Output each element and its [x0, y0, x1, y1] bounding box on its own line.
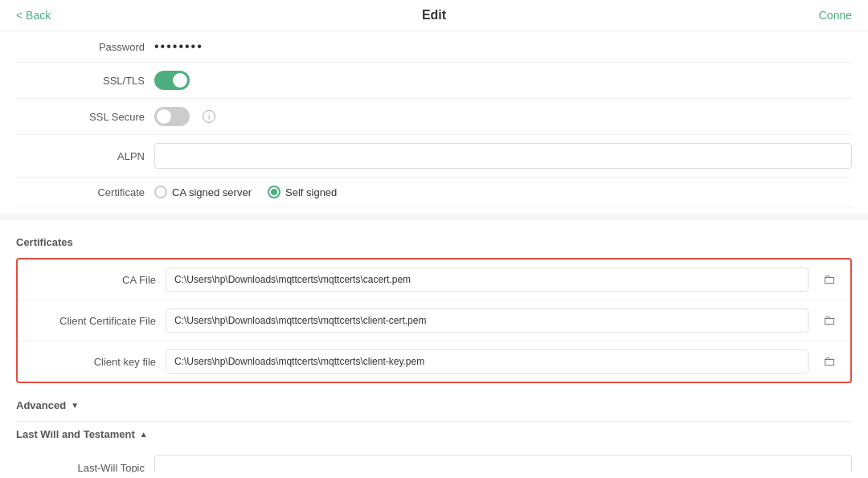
last-will-topic-label: Last-Will Topic — [16, 462, 145, 473]
ssl-tls-row: SSL/TLS — [16, 63, 852, 99]
content-area: Password •••••••• SSL/TLS SSL Secure i — [0, 31, 868, 472]
alpn-input[interactable] — [154, 143, 852, 169]
advanced-label: Advanced — [16, 399, 66, 411]
last-will-topic-row: Last-Will Topic — [16, 447, 852, 472]
certificate-label: Certificate — [16, 186, 145, 198]
ssl-secure-info-icon[interactable]: i — [203, 110, 215, 123]
last-will-label: Last Will and Testament — [16, 428, 135, 440]
page: < Back Edit Conne Password •••••••• SSL/… — [0, 0, 868, 478]
ssl-secure-slider[interactable] — [154, 107, 190, 126]
section-divider — [0, 214, 868, 220]
client-cert-label: Client Certificate File — [27, 315, 156, 327]
client-key-input[interactable] — [166, 349, 809, 374]
self-signed-label: Self signed — [285, 186, 337, 198]
certificate-row: Certificate CA signed server Self signed — [16, 178, 852, 207]
ssl-secure-row: SSL Secure i — [16, 99, 852, 135]
last-will-chevron-icon: ▲ — [140, 430, 148, 439]
certificates-box: CA File 🗀 Client Certificate File 🗀 Clie… — [16, 258, 852, 383]
password-value: •••••••• — [154, 39, 203, 54]
connect-button[interactable]: Conne — [819, 9, 852, 22]
client-key-label: Client key file — [27, 356, 156, 368]
advanced-chevron-icon: ▼ — [71, 401, 79, 410]
ca-file-row: CA File 🗀 — [18, 259, 850, 300]
header: < Back Edit Conne — [0, 0, 868, 31]
client-key-folder-icon[interactable]: 🗀 — [818, 350, 841, 373]
ssl-secure-label: SSL Secure — [16, 111, 145, 123]
ca-signed-option[interactable]: CA signed server — [154, 186, 252, 198]
page-title: Edit — [422, 8, 446, 22]
ca-file-folder-icon[interactable]: 🗀 — [818, 268, 841, 291]
ca-signed-label: CA signed server — [172, 186, 252, 198]
ca-file-input[interactable] — [166, 268, 809, 292]
ssl-tls-toggle[interactable] — [154, 71, 190, 90]
client-cert-folder-icon[interactable]: 🗀 — [818, 309, 841, 332]
client-cert-row: Client Certificate File 🗀 — [18, 300, 850, 341]
password-row: Password •••••••• — [16, 31, 852, 63]
alpn-label: ALPN — [16, 150, 145, 162]
alpn-row: ALPN — [16, 135, 852, 178]
self-signed-option[interactable]: Self signed — [268, 186, 337, 198]
last-will-section-toggle[interactable]: Last Will and Testament ▲ — [16, 421, 852, 447]
certificates-heading: Certificates — [16, 227, 852, 251]
self-signed-radio[interactable] — [268, 186, 280, 198]
ssl-tls-slider[interactable] — [154, 71, 190, 90]
client-key-row: Client key file 🗀 — [18, 341, 850, 382]
back-button[interactable]: < Back — [16, 9, 51, 22]
ssl-secure-toggle[interactable] — [154, 107, 190, 126]
client-cert-input[interactable] — [166, 308, 809, 333]
ca-file-label: CA File — [27, 274, 156, 286]
ca-signed-radio[interactable] — [154, 186, 167, 198]
advanced-section-toggle[interactable]: Advanced ▼ — [16, 390, 852, 421]
password-label: Password — [16, 41, 145, 53]
ssl-tls-label: SSL/TLS — [16, 75, 145, 87]
certificate-radio-group: CA signed server Self signed — [154, 186, 337, 198]
last-will-topic-input[interactable] — [154, 455, 852, 472]
